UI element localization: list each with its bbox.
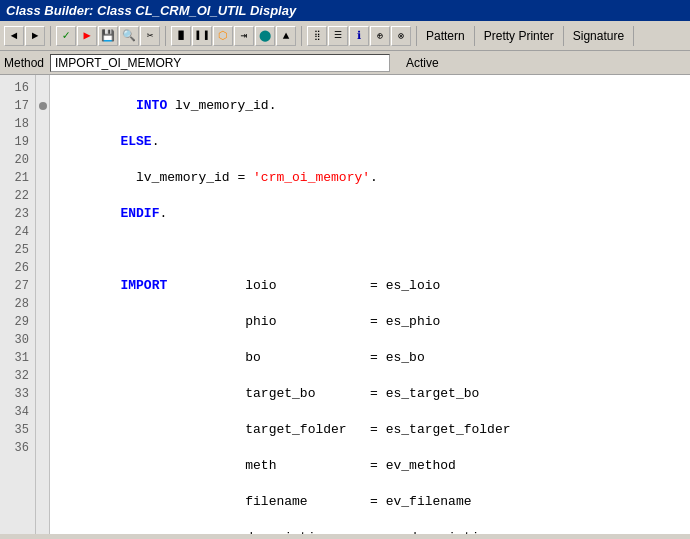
bp-32 xyxy=(36,367,50,385)
sep6 xyxy=(563,26,564,46)
btn-info[interactable]: ℹ xyxy=(349,26,369,46)
btn-check[interactable]: ✓ xyxy=(56,26,76,46)
bp-24 xyxy=(36,223,50,241)
bp-16 xyxy=(36,79,50,97)
btn-save[interactable]: 💾 xyxy=(98,26,118,46)
pattern-button[interactable]: Pattern xyxy=(422,27,469,45)
bp-31 xyxy=(36,349,50,367)
bp-36 xyxy=(36,439,50,457)
btn-block2[interactable]: ▌▐ xyxy=(192,26,212,46)
toolbar: ◄ ► ✓ ▶ 💾 🔍 ✂ ▐▌ ▌▐ ⬡ ⇥ ⬤ ▲ ⣿ ☰ ℹ ⊕ ⊗ Pa… xyxy=(0,21,690,51)
forward-button[interactable]: ► xyxy=(25,26,45,46)
code-line-26: meth = ev_method xyxy=(58,457,682,475)
btn-zoom2[interactable]: ⊗ xyxy=(391,26,411,46)
bp-26 xyxy=(36,259,50,277)
btn-up[interactable]: ▲ xyxy=(276,26,296,46)
btn-run[interactable]: ▶ xyxy=(77,26,97,46)
bp-33 xyxy=(36,385,50,403)
sep3 xyxy=(301,26,302,46)
bp-35 xyxy=(36,421,50,439)
bp-19 xyxy=(36,133,50,151)
sep4 xyxy=(416,26,417,46)
bp-18 xyxy=(36,115,50,133)
line-18: 18 xyxy=(0,115,35,133)
btn-step[interactable]: ⇥ xyxy=(234,26,254,46)
code-area: 16 17 18 19 20 21 22 23 24 25 26 27 28 2… xyxy=(0,75,690,534)
line-23: 23 xyxy=(0,205,35,223)
line-20: 20 xyxy=(0,151,35,169)
line-29: 29 xyxy=(0,313,35,331)
code-line-21: IMPORT loio = es_loio xyxy=(58,277,682,295)
code-line-16: INTO lv_memory_id. xyxy=(58,97,682,115)
btn-zoom[interactable]: ⊕ xyxy=(370,26,390,46)
sep1 xyxy=(50,26,51,46)
pretty-printer-button[interactable]: Pretty Printer xyxy=(480,27,558,45)
line-36: 36 xyxy=(0,439,35,457)
line-19: 19 xyxy=(0,133,35,151)
line-25: 25 xyxy=(0,241,35,259)
code-line-17: ELSE. xyxy=(58,133,682,151)
btn-list[interactable]: ☰ xyxy=(328,26,348,46)
line-31: 31 xyxy=(0,349,35,367)
line-21: 21 xyxy=(0,169,35,187)
bp-27 xyxy=(36,277,50,295)
line-34: 34 xyxy=(0,403,35,421)
bp-34 xyxy=(36,403,50,421)
btn-graph[interactable]: ⣿ xyxy=(307,26,327,46)
line-numbers: 16 17 18 19 20 21 22 23 24 25 26 27 28 2… xyxy=(0,75,36,534)
tool-buttons-2: ▐▌ ▌▐ ⬡ ⇥ ⬤ ▲ xyxy=(171,26,296,46)
code-line-24: target_bo = es_target_bo xyxy=(58,385,682,403)
btn-find[interactable]: 🔍 xyxy=(119,26,139,46)
active-status: Active xyxy=(406,56,439,70)
sep7 xyxy=(633,26,634,46)
btn-cut[interactable]: ✂ xyxy=(140,26,160,46)
sep2 xyxy=(165,26,166,46)
back-button[interactable]: ◄ xyxy=(4,26,24,46)
nav-buttons: ◄ ► xyxy=(4,26,45,46)
code-line-20 xyxy=(58,241,682,259)
line-28: 28 xyxy=(0,295,35,313)
code-line-23: bo = es_bo xyxy=(58,349,682,367)
bp-22 xyxy=(36,187,50,205)
method-label: Method xyxy=(4,56,44,70)
line-30: 30 xyxy=(0,331,35,349)
title-text: Class Builder: Class CL_CRM_OI_UTIL Disp… xyxy=(6,3,296,18)
line-33: 33 xyxy=(0,385,35,403)
line-32: 32 xyxy=(0,367,35,385)
line-16: 16 xyxy=(0,79,35,97)
btn-bp[interactable]: ⬤ xyxy=(255,26,275,46)
code-line-28: description = ev_description xyxy=(58,529,682,534)
bp-29 xyxy=(36,313,50,331)
line-35: 35 xyxy=(0,421,35,439)
line-24: 24 xyxy=(0,223,35,241)
btn-block1[interactable]: ▐▌ xyxy=(171,26,191,46)
code-line-18: lv_memory_id = 'crm_oi_memory'. xyxy=(58,169,682,187)
line-17: 17 xyxy=(0,97,35,115)
line-22: 22 xyxy=(0,187,35,205)
tool-buttons-1: ✓ ▶ 💾 🔍 ✂ xyxy=(56,26,160,46)
signature-button[interactable]: Signature xyxy=(569,27,628,45)
method-bar: Method IMPORT_OI_MEMORY Active xyxy=(0,51,690,75)
code-content[interactable]: INTO lv_memory_id. ELSE. lv_memory_id = … xyxy=(50,75,690,534)
line-27: 27 xyxy=(0,277,35,295)
bp-23 xyxy=(36,205,50,223)
method-value[interactable]: IMPORT_OI_MEMORY xyxy=(50,54,390,72)
bp-30 xyxy=(36,331,50,349)
tool-buttons-3: ⣿ ☰ ℹ ⊕ ⊗ xyxy=(307,26,411,46)
bp-28 xyxy=(36,295,50,313)
sep5 xyxy=(474,26,475,46)
breakpoint-column xyxy=(36,75,50,534)
code-line-25: target_folder = es_target_folder xyxy=(58,421,682,439)
bp-25 xyxy=(36,241,50,259)
btn-debug[interactable]: ⬡ xyxy=(213,26,233,46)
bp-20 xyxy=(36,151,50,169)
code-line-19: ENDIF. xyxy=(58,205,682,223)
code-line-22: phio = es_phio xyxy=(58,313,682,331)
title-bar: Class Builder: Class CL_CRM_OI_UTIL Disp… xyxy=(0,0,690,21)
bp-17 xyxy=(36,97,50,115)
code-line-27: filename = ev_filename xyxy=(58,493,682,511)
bp-21 xyxy=(36,169,50,187)
line-26: 26 xyxy=(0,259,35,277)
